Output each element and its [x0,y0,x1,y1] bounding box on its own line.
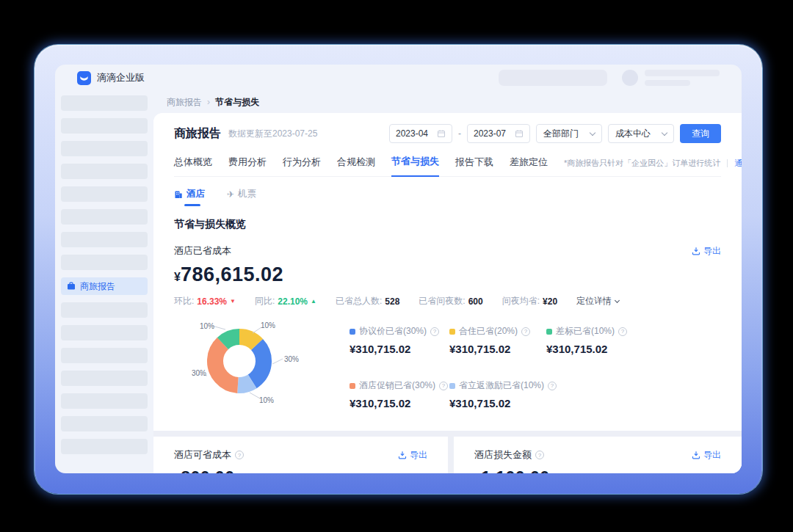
stat-nights: 已省间夜数: 600 [419,295,482,307]
note-divider [727,159,728,167]
metric-explanation-link[interactable]: 通用口径及指标说明 [734,158,742,169]
down-arrow-icon: ▼ [230,298,236,305]
tab-savings-loss[interactable]: 节省与损失 [391,155,439,177]
date-range-separator: - [458,128,461,139]
info-icon[interactable]: ? [521,327,530,336]
legend-item: 差标已省(10%) ? ¥310,715.02 [546,325,627,365]
breadcrumb-current: 节省与损失 [215,96,259,109]
sidebar-skeleton-item [61,95,148,111]
airplane-icon: ✈ [227,189,234,200]
header-right [499,70,720,86]
sidebar-item-label: 商旅报告 [80,280,115,293]
sidebar-skeleton-item [61,118,148,134]
date-to-input[interactable]: 2023-07 [467,124,530,143]
bottom-cards-row: 酒店可省成本 ? 导出 [153,431,742,473]
sidebar-skeleton-item [61,302,148,318]
brand-name: 滴滴企业版 [97,71,145,84]
tab-report-download[interactable]: 报告下载 [455,156,493,176]
chevron-down-icon [615,298,620,303]
download-icon [692,451,700,459]
saved-amount: ¥786,615.02 [174,263,721,286]
app-window: 滴滴企业版 [55,65,742,473]
sidebar-skeleton-item [61,371,148,386]
query-button[interactable]: 查询 [680,124,721,143]
legend-item: 酒店促销已省(30%) ? ¥310,715.02 [350,379,449,419]
avatar [622,70,638,86]
info-icon[interactable]: ? [618,327,627,336]
pie-slice-label: 10% [200,322,214,330]
loss-amount: ¥1,100.00 [474,467,721,473]
export-button[interactable]: 导出 [692,449,721,462]
savable-amount: ¥800.00 [174,467,427,473]
info-icon[interactable]: ? [235,451,244,459]
active-subtab-underline [184,204,200,206]
cost-center-select[interactable]: 成本中心 [608,124,674,143]
sidebar-skeleton-item [61,439,148,454]
pie-slice-label: 30% [192,369,206,377]
briefcase-icon [67,282,76,291]
download-icon [398,451,407,459]
pie-slice-label: 30% [284,355,299,363]
sidebar-skeleton-item [61,255,148,270]
stat-mom: 环比: 16.33% ▼ [174,295,236,307]
glow-frame: 滴滴企业版 [35,45,762,494]
tab-compliance-check[interactable]: 合规检测 [337,156,375,176]
stat-scope-note: *商旅报告只针对「企业因公」订单进行统计 [564,158,720,169]
stat-avg-saving: 间夜均省: ¥20 [502,295,557,307]
tab-expense-analysis[interactable]: 费用分析 [228,156,267,176]
loss-amount-card: 酒店损失金额 ? 导出 [454,437,742,473]
tab-travel-position[interactable]: 差旅定位 [510,156,548,176]
app-header: 滴滴企业版 [55,65,742,91]
sidebar-skeleton-item [61,348,148,363]
donut-leader-lines [190,318,326,419]
date-from-input[interactable]: 2023-04 [389,124,452,143]
info-icon[interactable]: ? [430,327,439,336]
sidebar-skeleton-item [61,164,148,179]
stat-people: 已省总人数: 528 [336,295,399,307]
chevron-down-icon [662,129,667,135]
subtab-hotel-label: 酒店 [187,188,205,200]
sidebar-skeleton-item [61,325,148,340]
legend-item: 合住已省(20%) ? ¥310,715.02 [449,325,546,365]
sidebar-skeleton-item [61,232,148,247]
section-title: 节省与损失概览 [174,218,721,231]
sidebar-item-travel-report[interactable]: 商旅报告 [61,277,148,295]
donut-chart: 30% 10% 10% 30% 10% [190,318,326,419]
legend-swatch [350,383,355,389]
savable-cost-card: 酒店可省成本 ? 导出 [153,437,448,473]
up-arrow-icon: ▲ [311,298,316,305]
stat-yoy: 同比: 22.10% ▲ [255,295,316,307]
didi-logo-icon [77,71,91,85]
legend-item: 协议价已省(30%) ? ¥310,715.02 [350,325,449,365]
export-button[interactable]: 导出 [398,449,427,462]
legend-swatch [449,329,455,335]
tab-bar: 总体概览 费用分析 行为分析 合规检测 节省与损失 报告下载 差旅定位 *商旅报… [174,155,721,177]
subtab-flight-label: 机票 [238,188,256,200]
tab-behavior-analysis[interactable]: 行为分析 [283,156,321,176]
download-icon [692,247,700,255]
header-search-skeleton [499,70,607,86]
info-icon[interactable]: ? [439,382,448,390]
info-icon[interactable]: ? [548,382,557,390]
legend-item: 省立返激励已省(10%) ? ¥310,715.02 [449,379,546,419]
pie-slice-label: 10% [261,321,275,329]
saved-cost-title: 酒店已省成本 [174,244,231,258]
pie-slice-label: 10% [259,396,274,404]
breadcrumb-parent[interactable]: 商旅报告 [167,96,202,109]
user-info-skeleton [645,70,720,86]
subtab-hotel[interactable]: 酒店 [174,188,205,200]
position-detail-link[interactable]: 定位详情 [576,295,619,307]
department-select[interactable]: 全部部门 [536,124,602,143]
export-button[interactable]: 导出 [692,245,721,258]
tab-overview[interactable]: 总体概览 [174,156,212,176]
calendar-icon [437,129,446,138]
hotel-icon [174,190,183,199]
sidebar: 商旅报告 [55,91,153,473]
legend-swatch [350,329,355,335]
saved-stats-row: 环比: 16.33% ▼ 同比: 22.10% ▲ 已省总人数: 528 [174,295,721,307]
info-icon[interactable]: ? [535,451,544,459]
chart-legend: 协议价已省(30%) ? ¥310,715.02 合住已省(20%) ? [350,325,627,419]
sidebar-skeleton-item [61,209,148,225]
sidebar-skeleton-item [61,393,148,409]
subtab-flight[interactable]: ✈ 机票 [227,188,256,200]
